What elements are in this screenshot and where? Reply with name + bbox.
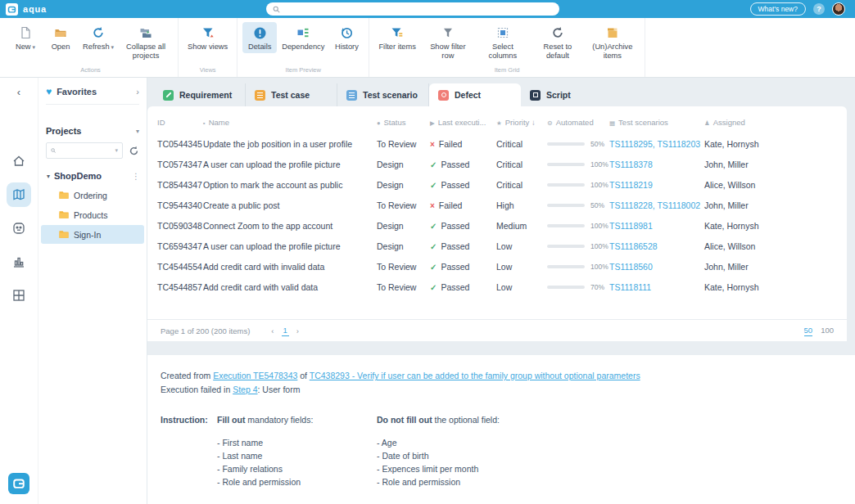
folder-icon [59, 210, 69, 219]
tab-test-case[interactable]: Test case [246, 83, 337, 106]
global-search[interactable] [266, 2, 559, 16]
favorites-section[interactable]: ♥ Favorites › [38, 84, 147, 104]
cell-result-label: Passed [441, 262, 469, 272]
aqua-logo-icon[interactable] [6, 3, 18, 16]
cell-scenarios[interactable]: TS1118111 [609, 282, 704, 292]
nav-defects-icon[interactable] [7, 216, 31, 241]
global-search-input[interactable] [284, 5, 553, 14]
show-views-button[interactable]: Show views [183, 22, 232, 53]
step-link[interactable]: Step 4 [233, 385, 257, 394]
details-button[interactable]: Details [242, 22, 277, 53]
tab-defect[interactable]: Defect [429, 83, 521, 106]
folder-item-ordering[interactable]: Ordering [41, 186, 144, 205]
table-row[interactable]: TC4544554 Add credit card with invalid d… [147, 256, 847, 277]
folder-item-products[interactable]: Products [41, 205, 144, 224]
cell-id: TC8544347 [157, 180, 203, 190]
cell-assigned: John, Miller [704, 160, 847, 169]
column-header-status[interactable]: ●Status [377, 118, 430, 127]
refresh-button[interactable]: Refresh▾ [79, 22, 118, 53]
column-header-last-execution[interactable]: ▶Last executi... [430, 118, 496, 127]
page-size-50-button[interactable]: 50 [804, 326, 813, 336]
cell-scenarios[interactable]: TS1118560 [609, 262, 704, 272]
cell-name[interactable]: A user can upload the profile picture [203, 241, 377, 251]
column-header-test-scenarios[interactable]: ▦Test scenarios [609, 118, 704, 127]
user-avatar[interactable] [832, 2, 845, 16]
cell-name[interactable]: Update the job position in a user profil… [203, 139, 377, 149]
cell-result: ×Failed [430, 200, 496, 210]
cell-name[interactable]: Option to mark the account as public [203, 180, 377, 190]
cell-scenarios[interactable]: TS1118981 [609, 221, 704, 231]
chevron-down-icon[interactable]: ▾ [136, 128, 139, 135]
cell-id: TC9544340 [157, 200, 203, 210]
whats-new-button[interactable]: What's new? [750, 2, 806, 16]
table-row[interactable]: TC4544857 Add credit card with valid dat… [147, 277, 847, 297]
optional-fields-column: Do not fill out the optional field: - Ag… [377, 415, 500, 489]
collapse-sidebar-button[interactable]: ‹ [17, 86, 20, 98]
folder-label: Ordering [74, 191, 107, 200]
kebab-menu-icon[interactable]: ⋮ [132, 172, 140, 181]
cell-scenarios[interactable]: TS1118228, TS1118002 [609, 200, 704, 210]
unarchive-items-button[interactable]: (Un)Archive items [586, 22, 640, 61]
nav-home-icon[interactable] [7, 149, 31, 173]
cell-scenarios[interactable]: TS1118219 [609, 180, 704, 190]
prev-page-button[interactable]: ‹ [271, 326, 274, 335]
execution-link[interactable]: Execution TE5478343 [213, 371, 297, 380]
cell-automated: 100% [547, 181, 609, 189]
cell-name[interactable]: A user can upload the profile picture [203, 160, 377, 169]
instruction-label: Instruction: [161, 415, 217, 489]
table-row[interactable]: TC0590348 Connect Zoom to the app accoun… [147, 215, 847, 236]
folder-item-sign-in[interactable]: Sign-In [41, 225, 144, 244]
show-filter-row-button[interactable]: Show filter row [421, 22, 475, 61]
cell-id: TC0590348 [157, 221, 203, 231]
show-filter-row-icon [441, 25, 455, 40]
open-button[interactable]: Open [43, 22, 78, 53]
tab-requirement[interactable]: Requirement [154, 83, 246, 106]
project-root-shopdemo[interactable]: ▾ ShopDemo ⋮ [38, 167, 147, 185]
collapse-all-projects-button[interactable]: Collapse all projects [119, 22, 173, 61]
project-search-input[interactable]: ▾ [46, 142, 123, 159]
chevron-down-icon[interactable]: ▾ [47, 173, 50, 180]
select-columns-button[interactable]: Select columns [476, 22, 530, 61]
pagination-summary: Page 1 of 200 (200 items) [161, 326, 250, 335]
list-item: - Family relations [217, 462, 377, 475]
cell-scenarios[interactable]: TS11186528 [609, 241, 704, 251]
refresh-projects-button[interactable] [126, 143, 141, 158]
column-header-assigned[interactable]: ♟Assigned [704, 118, 847, 127]
tab-test-scenario[interactable]: Test scenario [337, 83, 429, 106]
nav-projects-icon[interactable] [7, 182, 31, 207]
table-row[interactable]: TC6594347 A user can upload the profile … [147, 236, 847, 256]
cell-name[interactable]: Add credit card with invalid data [203, 262, 377, 272]
cell-name[interactable]: Add credit card with valid data [203, 282, 377, 292]
nav-reports-icon[interactable] [7, 250, 31, 274]
toolbar: New▾ Open Refresh▾ [0, 18, 855, 78]
help-icon[interactable]: ? [813, 3, 825, 15]
tab-script[interactable]: Script [521, 83, 613, 106]
page-size-100-button[interactable]: 100 [821, 326, 834, 336]
next-page-button[interactable]: › [296, 326, 299, 335]
cell-scenarios[interactable]: TS1118378 [609, 160, 704, 169]
column-header-automated[interactable]: ⚙Automated [547, 118, 609, 127]
table-row[interactable]: TC0574347 A user can upload the profile … [147, 154, 847, 174]
column-header-id[interactable]: ID [157, 118, 203, 127]
priority-column-icon: ★ [496, 119, 502, 127]
projects-header[interactable]: Projects ▾ [38, 126, 147, 136]
table-row[interactable]: TC8544347 Option to mark the account as … [147, 174, 847, 195]
column-header-priority[interactable]: ★Priority ↓ [496, 118, 547, 127]
history-button[interactable]: History [329, 22, 364, 53]
filter-items-button[interactable]: Filter items [374, 22, 419, 53]
reset-to-default-button[interactable]: Reset to default [531, 22, 585, 61]
new-button[interactable]: New▾ [8, 22, 43, 53]
table-row[interactable]: TC9544340 Create a public post To Review… [147, 195, 847, 215]
nav-grid-icon[interactable] [7, 283, 31, 308]
column-header-name[interactable]: ▪Name [203, 118, 377, 127]
chevron-right-icon[interactable]: › [136, 87, 139, 97]
cell-scenarios[interactable]: TS1118295, TS1118203 [609, 139, 704, 149]
current-page-button[interactable]: 1 [282, 326, 289, 336]
dependency-button[interactable]: Dependency [278, 22, 328, 53]
table-row[interactable]: TC0544345 Update the job position in a u… [147, 133, 847, 154]
cell-name[interactable]: Connect Zoom to the app account [203, 221, 377, 231]
cell-name[interactable]: Create a public post [203, 200, 377, 210]
name-column-icon: ▪ [203, 119, 206, 127]
sidebar: ♥ Favorites › Projects ▾ ▾ ▾ ShopDemo ⋮ [38, 78, 147, 504]
test-case-link[interactable]: TC438293 - Verify if user can be added t… [310, 371, 640, 380]
